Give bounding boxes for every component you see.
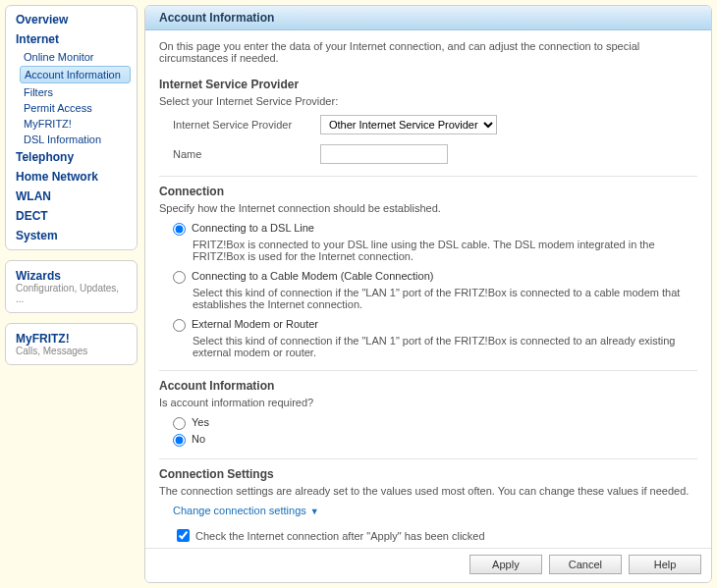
nav-internet-permit-access[interactable]: Permit Access [6, 100, 137, 116]
cancel-button[interactable]: Cancel [549, 555, 622, 574]
conn-ext-radio[interactable] [173, 319, 186, 332]
nav-internet-online-monitor[interactable]: Online Monitor [6, 49, 137, 65]
account-yes-radio[interactable] [173, 417, 186, 430]
myfritz-panel[interactable]: MyFRITZ! Calls, Messages [5, 323, 138, 365]
nav-overview[interactable]: Overview [6, 10, 137, 29]
conn-settings-sub: The connection settings are already set … [159, 485, 697, 497]
account-section-title: Account Information [159, 379, 697, 393]
conn-cable-desc: Select this kind of connection if the "L… [159, 287, 697, 310]
connection-section-title: Connection [159, 185, 697, 198]
divider [159, 176, 697, 177]
help-button[interactable]: Help [629, 555, 701, 574]
change-conn-settings-link[interactable]: Change connection settings▼ [159, 505, 697, 516]
page-title: Account Information [145, 6, 711, 30]
account-section-sub: Is account information required? [159, 397, 697, 408]
conn-settings-title: Connection Settings [159, 467, 697, 481]
myfritz-title: MyFRITZ! [6, 328, 137, 346]
conn-dsl-radio[interactable] [173, 223, 186, 236]
isp-name-label: Name [159, 148, 320, 160]
nav-wlan[interactable]: WLAN [6, 187, 137, 206]
chevron-down-icon: ▼ [310, 507, 319, 516]
wizards-title: Wizards [6, 265, 137, 283]
conn-ext-label: External Modem or Router [192, 318, 318, 330]
conn-ext-desc: Select this kind of connection if the "L… [159, 335, 697, 358]
isp-section-title: Internet Service Provider [159, 78, 697, 91]
divider [159, 458, 697, 459]
nav-internet[interactable]: Internet [6, 29, 137, 49]
check-after-apply-checkbox[interactable] [177, 529, 190, 542]
button-bar: Apply Cancel Help [145, 548, 711, 582]
page-intro: On this page you enter the data of your … [159, 40, 697, 64]
nav-internet-myfritz[interactable]: MyFRITZ! [6, 116, 137, 132]
myfritz-subtitle: Calls, Messages [6, 346, 137, 360]
isp-name-input[interactable] [320, 144, 448, 164]
conn-cable-radio[interactable] [173, 271, 186, 284]
conn-dsl-desc: FRITZ!Box is connected to your DSL line … [159, 239, 697, 262]
isp-provider-select[interactable]: Other Internet Service Provider [320, 115, 497, 134]
nav-system[interactable]: System [6, 226, 137, 245]
wizards-subtitle: Configuration, Updates, ... [6, 283, 137, 308]
account-no-label: No [192, 433, 205, 445]
nav-home-network[interactable]: Home Network [6, 167, 137, 187]
nav-telephony[interactable]: Telephony [6, 147, 137, 167]
nav-internet-account-info[interactable]: Account Information [20, 66, 131, 83]
account-no-radio[interactable] [173, 434, 186, 447]
nav-internet-filters[interactable]: Filters [6, 84, 137, 100]
apply-button[interactable]: Apply [469, 555, 542, 574]
isp-section-sub: Select your Internet Service Provider: [159, 95, 697, 107]
connection-section-sub: Specify how the Internet connection shou… [159, 202, 697, 214]
divider [159, 370, 697, 371]
isp-provider-label: Internet Service Provider [159, 119, 320, 131]
conn-cable-label: Connecting to a Cable Modem (Cable Conne… [192, 270, 433, 282]
conn-dsl-label: Connecting to a DSL Line [192, 222, 314, 234]
nav-dect[interactable]: DECT [6, 206, 137, 226]
wizards-panel[interactable]: Wizards Configuration, Updates, ... [5, 260, 138, 313]
check-after-apply-label: Check the Internet connection after "App… [195, 530, 485, 542]
nav-internet-dsl-info[interactable]: DSL Information [6, 132, 137, 147]
account-yes-label: Yes [192, 416, 209, 428]
main-nav-panel: Overview Internet Online Monitor Account… [5, 5, 138, 250]
